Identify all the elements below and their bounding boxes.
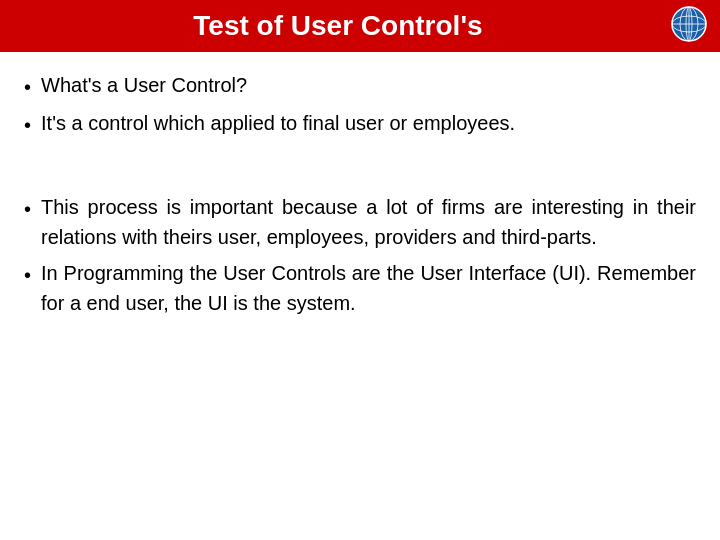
list-item: • In Programming the User Controls are t… — [24, 258, 696, 318]
bullet-dot-1: • — [24, 72, 31, 102]
content-area: • What's a User Control? • It's a contro… — [0, 52, 720, 540]
slide-title: Test of User Control's — [193, 10, 482, 42]
divider-space — [24, 164, 696, 182]
list-item: • This process is important because a lo… — [24, 192, 696, 252]
slide: Test of User Control's • What's a User C… — [0, 0, 720, 540]
bullet-dot-2: • — [24, 110, 31, 140]
bullet-dot-4: • — [24, 260, 31, 290]
list-item: • What's a User Control? — [24, 70, 696, 102]
header-bar: Test of User Control's — [0, 0, 720, 52]
bullet-text-2: It's a control which applied to final us… — [41, 108, 696, 138]
bullet-section-bottom: • This process is important because a lo… — [24, 192, 696, 324]
bullet-text-3: This process is important because a lot … — [41, 192, 696, 252]
bullet-text-1: What's a User Control? — [41, 70, 696, 100]
list-item: • It's a control which applied to final … — [24, 108, 696, 140]
bullet-section-top: • What's a User Control? • It's a contro… — [24, 70, 696, 146]
bullet-text-4: In Programming the User Controls are the… — [41, 258, 696, 318]
globe-icon — [670, 5, 708, 43]
globe-icon-container — [670, 5, 708, 47]
bullet-dot-3: • — [24, 194, 31, 224]
